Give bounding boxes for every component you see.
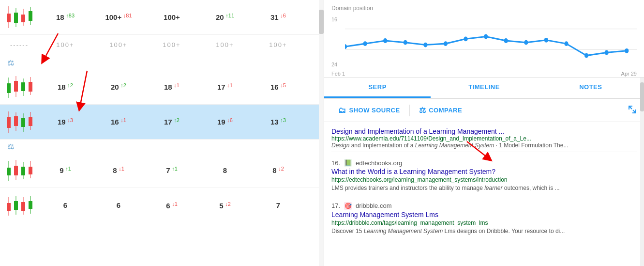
tab-notes[interactable]: NOTES — [538, 78, 644, 98]
svg-rect-13 — [21, 82, 25, 91]
serp-results[interactable]: Design and Implementation of a Learning … — [324, 122, 644, 266]
top-result-snippet: Design and Implementation of a Learning … — [331, 142, 637, 149]
show-source-button[interactable]: 🗂 SHOW SOURCE — [331, 103, 407, 118]
svg-rect-37 — [21, 202, 25, 211]
svg-point-55 — [604, 50, 608, 55]
left-scrollbar[interactable] — [319, 0, 324, 266]
y-axis-labels: 16 24 — [331, 14, 345, 70]
svg-rect-5 — [21, 15, 25, 22]
col-5-4: 7 — [252, 201, 305, 209]
svg-point-49 — [484, 34, 488, 39]
col-5-3: 5 ↓2 — [198, 201, 252, 210]
balance-icon-1: ⚖ — [7, 58, 14, 67]
col-3-1: 16 ↓1 — [92, 117, 145, 126]
svg-rect-7 — [29, 11, 32, 21]
col-2-4: 16 ↓5 — [252, 82, 305, 91]
svg-point-43 — [363, 41, 367, 46]
serp-result-top: Design and Implementation of a Learning … — [331, 125, 637, 152]
svg-point-50 — [504, 38, 508, 43]
candlestick-svg-5 — [4, 192, 35, 219]
compare-button[interactable]: ⚖ COMPARE — [412, 103, 469, 118]
col-3-4: 13 ↑3 — [252, 117, 305, 126]
col-3-0: 19 ↓3 — [39, 117, 92, 126]
left-panel: 18 ↑83 100+ ↓81 100+ 20 ↑11 31 ↓6 ------… — [0, 0, 324, 266]
svg-point-46 — [423, 43, 427, 47]
svg-point-56 — [625, 48, 629, 53]
col-3-3: 19 ↓6 — [198, 117, 252, 126]
expand-button[interactable] — [628, 105, 637, 116]
serp-favicon-17: 🎯 — [344, 202, 352, 210]
show-source-label: SHOW SOURCE — [349, 107, 400, 114]
candlestick-1 — [0, 4, 39, 31]
serp-url-16: https://edtechbooks.org/learning_managem… — [331, 176, 637, 183]
svg-rect-9 — [7, 83, 11, 93]
col-5-1: 6 — [92, 201, 145, 209]
tabs-bar: SERP TIMELINE NOTES — [324, 78, 644, 99]
serp-title-16[interactable]: What in the World is a Learning Manageme… — [331, 168, 637, 175]
svg-rect-23 — [29, 117, 32, 126]
svg-point-42 — [345, 44, 347, 49]
left-scroll-thumb[interactable] — [319, 10, 324, 34]
show-source-icon: 🗂 — [338, 106, 346, 115]
domain-position-chart — [345, 14, 637, 67]
tab-timeline[interactable]: TIMELINE — [431, 78, 537, 98]
serp-result-16: 16. 📗 edtechbooks.org What in the World … — [331, 156, 637, 192]
candlestick-svg-3 — [4, 109, 35, 135]
svg-point-54 — [584, 53, 588, 58]
svg-point-45 — [404, 40, 407, 45]
right-scroll-thumb[interactable] — [640, 82, 644, 111]
svg-rect-11 — [14, 81, 18, 92]
serp-url-17: https://dribbble.com/tags/learning_manag… — [331, 219, 637, 226]
col-5-0: 6 — [39, 201, 92, 209]
svg-rect-33 — [7, 203, 11, 211]
rank-row-3-highlighted: 19 ↓3 16 ↓1 17 ↑2 19 ↓6 13 ↑3 — [0, 105, 324, 140]
candlestick-svg-4 — [4, 157, 35, 184]
svg-rect-15 — [29, 82, 32, 92]
right-scrollbar[interactable] — [640, 78, 644, 266]
svg-rect-31 — [29, 167, 32, 174]
serp-result-17: 17. 🎯 dribbble.com Learning Management S… — [331, 199, 637, 235]
svg-rect-17 — [7, 117, 11, 128]
compare-label: COMPARE — [429, 107, 462, 114]
svg-point-52 — [544, 38, 548, 43]
action-divider — [409, 105, 410, 116]
svg-rect-21 — [21, 118, 25, 127]
serp-domain-17: dribbble.com — [356, 202, 391, 209]
candlestick-3 — [0, 109, 39, 135]
svg-point-53 — [564, 41, 568, 46]
col-1-3: 100+ — [145, 13, 198, 21]
serp-result-17-header: 17. 🎯 dribbble.com — [331, 202, 637, 210]
y-label-24: 24 — [331, 62, 343, 67]
col-1-1: 18 ↑83 — [39, 13, 92, 21]
top-result-url: https://www.academia.edu/71141109/Design… — [331, 135, 637, 142]
data-cols-4: 9 ↑1 8 ↓1 7 ↑1 8 8 ↓2 — [39, 166, 324, 174]
x-label-apr: Apr 29 — [621, 71, 637, 77]
serp-snippet-16: LMS provides trainers and instructors th… — [331, 184, 637, 192]
rank-row-4: 9 ↑1 8 ↓1 7 ↑1 8 8 ↓2 — [0, 153, 324, 188]
candlestick-svg-2 — [4, 74, 35, 100]
svg-point-44 — [383, 38, 387, 43]
candlestick-svg-1 — [4, 4, 35, 31]
col-1-5: 31 ↓6 — [252, 13, 305, 21]
col-2-1: 20 ↑2 — [92, 82, 145, 91]
chart-x-axis: Feb 1 Apr 29 — [331, 71, 637, 77]
serp-domain-16: edtechbooks.org — [356, 159, 402, 167]
serp-title-17[interactable]: Learning Management System Lms — [331, 211, 637, 219]
compare-icon: ⚖ — [419, 106, 426, 115]
right-panel: Domain position 16 24 — [324, 0, 644, 266]
col-4-2: 7 ↑1 — [145, 166, 198, 174]
svg-rect-29 — [21, 167, 25, 175]
candlestick-4 — [0, 157, 39, 184]
action-bar: 🗂 SHOW SOURCE ⚖ COMPARE — [324, 99, 644, 122]
x-label-feb: Feb 1 — [331, 71, 345, 77]
serp-num-17: 17. — [331, 202, 340, 209]
tab-serp[interactable]: SERP — [324, 78, 431, 98]
balance-icon-2: ⚖ — [7, 142, 14, 151]
top-result-title[interactable]: Design and Implementation of a Learning … — [331, 127, 637, 135]
serp-num-16: 16. — [331, 159, 340, 167]
candlestick-2 — [0, 74, 39, 100]
svg-rect-27 — [14, 166, 18, 175]
col-1-4: 20 ↑11 — [198, 13, 252, 21]
svg-rect-25 — [7, 168, 11, 175]
expand-icon — [628, 105, 637, 114]
